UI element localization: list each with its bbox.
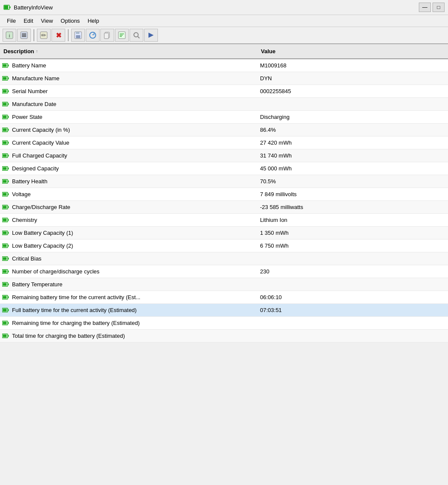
battery-row-icon (2, 139, 9, 147)
table-row[interactable]: Power StateDischarging (0, 111, 448, 124)
svg-rect-80 (3, 296, 7, 299)
table-header: Description ↑ Value (0, 44, 448, 59)
menu-item-help[interactable]: Help (84, 16, 103, 25)
table-row[interactable]: Critical Bias (0, 252, 448, 265)
row-value (257, 283, 448, 286)
toolbar-find-btn[interactable] (130, 29, 143, 42)
table-row[interactable]: Battery NameM1009168 (0, 59, 448, 72)
menu-item-options[interactable]: Options (57, 16, 83, 25)
svg-rect-31 (8, 91, 9, 92)
battery-row-icon (2, 62, 9, 70)
row-value: 27 420 mWh (257, 138, 448, 148)
battery-row-icon (2, 100, 9, 108)
toolbar-nav-btn[interactable] (144, 29, 158, 42)
svg-rect-47 (3, 155, 7, 157)
menu-item-view[interactable]: View (37, 16, 56, 25)
toolbar-delete-btn[interactable]: ✖ (51, 29, 65, 42)
header-description: Description ↑ (0, 46, 257, 56)
toolbar-edit-btn[interactable]: ✏ (37, 29, 51, 42)
row-value (257, 321, 448, 325)
menu-bar: FileEditViewOptionsHelp (0, 15, 448, 27)
table-row[interactable]: Low Battery Capacity (2)6 750 mWh (0, 239, 448, 252)
svg-rect-67 (8, 245, 9, 247)
table-row[interactable]: Current Capacity Value27 420 mWh (0, 136, 448, 149)
row-value: Discharging (257, 112, 448, 122)
table-row[interactable]: Number of charge/discharge cycles230 (0, 265, 448, 278)
battery-row-icon (2, 165, 9, 173)
svg-rect-35 (3, 103, 7, 106)
toolbar-list-btn[interactable] (17, 29, 31, 42)
row-value (257, 257, 448, 261)
svg-rect-29 (3, 77, 7, 80)
row-description: Low Battery Capacity (1) (12, 228, 257, 238)
svg-rect-12 (76, 32, 79, 34)
svg-rect-25 (8, 65, 9, 67)
table-row[interactable]: Low Battery Capacity (1)1 350 mWh (0, 227, 448, 239)
table-row[interactable]: Designed Capacity45 000 mWh (0, 162, 448, 175)
svg-rect-28 (8, 78, 9, 79)
svg-marker-23 (148, 33, 154, 38)
battery-row-icon (2, 152, 9, 160)
svg-rect-88 (8, 335, 9, 337)
svg-rect-61 (8, 219, 9, 221)
toolbar-sep1 (33, 29, 34, 41)
svg-rect-68 (3, 245, 7, 247)
row-description: Chemistry (12, 215, 257, 225)
row-value: 1 350 mWh (257, 228, 448, 238)
svg-rect-44 (3, 142, 7, 144)
table-row[interactable]: ChemistryLithium Ion (0, 214, 448, 227)
main-content: Description ↑ Value Battery NameM1009168… (0, 44, 448, 343)
battery-row-icon (2, 294, 9, 301)
row-value: 06:06:10 (257, 292, 448, 302)
table-row[interactable]: Battery Temperature (0, 278, 448, 291)
table-row[interactable]: Manufacture Date (0, 98, 448, 111)
toolbar-export-btn[interactable] (115, 29, 129, 42)
svg-rect-38 (3, 116, 7, 118)
table-row[interactable]: Serial Number0002255845 (0, 85, 448, 98)
battery-row-icon (2, 306, 9, 314)
table-row[interactable]: Remaining battery time for the current a… (0, 291, 448, 304)
row-value: 7 849 millivolts (257, 189, 448, 199)
row-description: Battery Temperature (12, 279, 257, 289)
battery-row-icon (2, 126, 9, 134)
svg-rect-46 (8, 155, 9, 157)
svg-rect-79 (8, 297, 9, 298)
row-description: Total time for charging the battery (Est… (12, 331, 257, 341)
svg-rect-52 (8, 181, 9, 182)
svg-rect-56 (3, 193, 7, 196)
toolbar-sep2 (68, 29, 69, 41)
table-row[interactable]: Full Charged Capacity31 740 mWh (0, 149, 448, 162)
svg-rect-34 (8, 103, 9, 105)
toolbar-copy-btn[interactable] (100, 29, 114, 42)
svg-line-22 (138, 36, 139, 38)
toolbar-info-btn[interactable]: i (3, 29, 16, 42)
svg-rect-32 (3, 90, 7, 93)
menu-item-file[interactable]: File (3, 16, 19, 25)
svg-rect-55 (8, 194, 9, 195)
row-description: Number of charge/discharge cycles (12, 267, 257, 276)
row-description: Serial Number (12, 86, 257, 96)
row-description: Remaining battery time for the current a… (12, 292, 257, 302)
svg-point-21 (134, 33, 138, 37)
table-row[interactable]: Remaining time for charging the battery … (0, 317, 448, 330)
table-row[interactable]: Voltage7 849 millivolts (0, 188, 448, 201)
svg-rect-53 (3, 180, 7, 183)
table-row[interactable]: Current Capacity (in %)86.4% (0, 124, 448, 136)
minimize-button[interactable]: — (419, 3, 431, 12)
table-row[interactable]: Total time for charging the battery (Est… (0, 330, 448, 343)
svg-rect-49 (8, 168, 9, 170)
svg-point-14 (90, 32, 96, 38)
toolbar-refresh-btn[interactable] (86, 29, 100, 42)
row-description: Charge/Discharge Rate (12, 202, 257, 212)
menu-item-edit[interactable]: Edit (20, 16, 36, 25)
toolbar-save-btn[interactable] (71, 29, 85, 42)
toolbar: i ✏ ✖ (0, 27, 448, 44)
table-row[interactable]: Manufacture NameDYN (0, 72, 448, 85)
table-row[interactable]: Full battery time for the current activi… (0, 304, 448, 317)
table-row[interactable]: Battery Health70.5% (0, 175, 448, 188)
table-row[interactable]: Charge/Discharge Rate-23 585 milliwatts (0, 201, 448, 214)
maximize-button[interactable]: □ (433, 3, 445, 12)
row-description: Full battery time for the current activi… (12, 305, 257, 315)
svg-rect-71 (3, 258, 7, 260)
title-bar: BatteryInfoView — □ (0, 0, 448, 15)
